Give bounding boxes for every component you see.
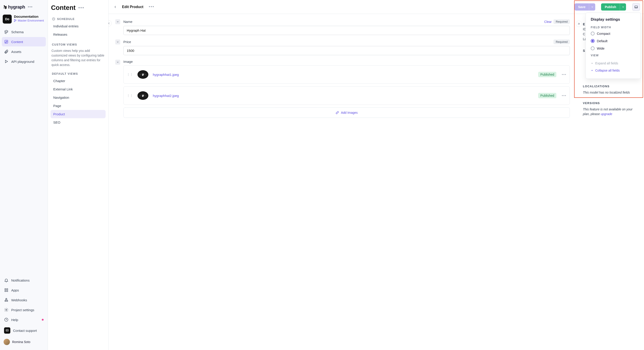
upgrade-link[interactable]: upgrade [601,112,612,116]
chevron-down-icon [591,62,594,65]
nav-project-settings[interactable]: Project settings [2,305,46,315]
field-collapse-image[interactable] [115,60,120,65]
default-views-header: DEFAULT VIEWS [50,71,106,77]
chevron-double-right-icon [577,22,580,25]
user-name: Romina Soto [12,340,30,344]
webhook-icon [4,298,8,302]
content-title: Content [51,4,76,11]
image-item: ⋮⋮ hygraphhat1.jpeg Published ••• [123,65,570,84]
display-settings-toggle[interactable] [632,3,640,11]
image-item: ⋮⋮ hygraphhat2.jpeg Published ••• [123,86,570,105]
svg-rect-3 [5,291,6,292]
image-item-menu[interactable]: ••• [562,94,566,97]
project-name: Documentation [14,14,44,18]
play-icon [4,59,8,64]
nav-help[interactable]: Help [2,315,46,325]
branch-icon [14,19,17,22]
schedule-header: SCHEDULE [50,16,106,22]
price-input[interactable] [123,46,570,55]
popover-title: Display settings [591,17,636,22]
help-icon [4,318,8,322]
sidebar-primary: hygraph ••• Do Documentation Master Envi… [0,0,48,350]
field-collapse-price[interactable] [115,39,120,44]
drag-handle-icon[interactable]: ⋮⋮ [127,73,133,76]
localizations-text: This model has no localized fields [583,90,640,95]
display-settings-popover: Display settings FIELD WIDTH Compact Def… [586,12,641,79]
status-badge: Published [538,72,556,77]
hygraph-logo-icon [3,5,7,10]
add-images-button[interactable]: Add Images [123,107,570,118]
publish-button[interactable]: Publish [601,3,620,10]
brand-menu-dots[interactable]: ••• [28,5,32,9]
image-thumbnail [136,89,150,102]
image-item-menu[interactable]: ••• [562,73,566,76]
schedule-releases[interactable]: Releases [50,30,106,39]
name-input[interactable] [123,26,570,35]
image-filename[interactable]: hygraphhat1.jpeg [153,73,179,76]
nav-api-playground[interactable]: API playground [2,57,46,66]
layout-icon [634,5,638,9]
name-required-badge: Required [554,19,570,24]
radio-wide[interactable]: Wide [591,46,636,50]
view-external-link[interactable]: External Link [50,85,106,93]
view-label: VIEW [591,54,636,57]
save-dropdown[interactable] [589,3,595,10]
radio-icon [591,46,594,50]
view-seo[interactable]: SEO [50,118,106,127]
chevron-down-icon [622,5,624,8]
radio-default[interactable]: Default [591,39,636,43]
price-required-badge: Required [554,39,570,44]
publish-dropdown[interactable] [620,3,626,10]
nav-schema[interactable]: Schema [2,27,46,36]
view-navigation[interactable]: Navigation [50,93,106,102]
user-profile[interactable]: Romina Soto [2,337,46,347]
view-chapter[interactable]: Chapter [50,77,106,85]
localizations-header: LOCALIZATIONS [583,85,640,88]
expand-all-fields[interactable]: Expand all fields [591,60,636,67]
image-thumbnail [136,68,150,81]
price-label: Price [123,40,131,44]
page-menu-dots[interactable]: ••• [149,4,154,9]
svg-rect-10 [6,329,8,331]
schedule-individual-entries[interactable]: Individual entries [50,22,106,30]
view-page[interactable]: Page [50,102,106,110]
nav-contact-support[interactable]: Contact support [2,325,46,336]
gear-icon [4,308,8,312]
page-title: Edit Product [122,5,143,9]
chevron-down-icon [116,61,119,63]
nav-content[interactable]: Content [2,37,46,46]
nav-apps[interactable]: Apps [2,285,46,295]
field-collapse-name[interactable] [115,19,120,24]
edit-icon [4,39,8,44]
topbar: Edit Product ••• Save Publish [108,0,644,14]
project-selector[interactable]: Do Documentation Master Environment [2,14,46,27]
collapse-all-fields[interactable]: Collapse all fields [591,67,636,74]
radio-compact[interactable]: Compact [591,32,636,35]
chevron-down-icon [116,41,119,43]
chevron-up-icon [591,69,594,72]
grid-icon [4,288,8,292]
nav-webhooks[interactable]: Webhooks [2,295,46,305]
versions-header: VERSIONS [583,102,640,105]
brand-logo: hygraph [3,4,25,10]
content-title-menu[interactable]: ••• [78,5,84,10]
collapse-right-panel[interactable] [576,21,582,27]
save-button[interactable]: Save [574,3,589,10]
nav-notifications[interactable]: Notifications [2,276,46,285]
chevron-down-icon [116,20,119,23]
view-product[interactable]: Product [50,110,106,118]
main-panel: Edit Product ••• Save Publish Display s [108,0,644,350]
drag-handle-icon[interactable]: ⋮⋮ [127,94,133,97]
back-button[interactable] [112,4,118,10]
radio-icon [591,32,594,35]
image-filename[interactable]: hygraphhat2.jpeg [153,94,179,98]
svg-rect-2 [7,289,8,290]
svg-point-8 [6,309,7,311]
svg-rect-1 [5,289,6,290]
nav-assets[interactable]: Assets [2,47,46,56]
versions-text: This feature is not available on your pl… [583,107,640,116]
svg-point-6 [7,300,8,302]
name-clear[interactable]: Clear [544,20,552,23]
image-label: Image [123,60,133,63]
user-avatar [4,339,10,345]
